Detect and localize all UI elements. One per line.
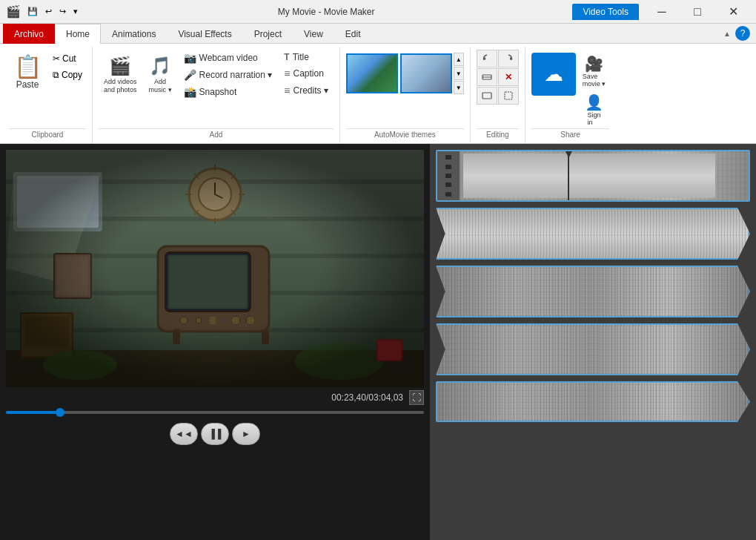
film-hole-5 [445, 192, 451, 197]
time-code: 00:23,40/03:04,03 [331, 392, 403, 403]
clipboard-group: 📋 Paste ✂ Cut ⧉ Copy Clipboard [3, 47, 93, 143]
themes-group-content: ▲ ▼ ▼ [346, 47, 464, 128]
tab-home[interactable]: Home [55, 24, 101, 44]
close-button[interactable]: ✕ [716, 1, 750, 23]
cut-button[interactable]: ✂ Cut [49, 51, 86, 66]
themes-container: ▲ ▼ ▼ [346, 50, 464, 94]
tab-visual-effects[interactable]: Visual Effects [167, 24, 242, 44]
timeline-track-3[interactable] [436, 266, 750, 317]
copy-button[interactable]: ⧉ Copy [49, 68, 86, 82]
editing-btn-5[interactable] [477, 87, 497, 105]
seek-bar[interactable] [6, 411, 424, 414]
window-title: My Movie - Movie Maker [80, 7, 572, 17]
add-group: 🎬 Add videosand photos 🎵 Addmusic ▾ 📷 We… [93, 47, 340, 143]
film-hole-2 [445, 165, 451, 169]
main-area: 00:23,40/03:04,03 ⛶ ◄◄ ▐▐ ► [0, 144, 756, 540]
svg-rect-4 [483, 93, 491, 99]
editing-btn-4[interactable]: ✕ [498, 68, 519, 86]
editing-btn-2[interactable] [498, 50, 519, 68]
track-2-bg [437, 209, 749, 260]
editing-label: Editing [477, 128, 519, 140]
dropdown-quick-btn[interactable]: ▾ [71, 6, 80, 17]
cloud-icon: ☁ [544, 63, 563, 86]
help-button[interactable]: ? [735, 26, 750, 41]
save-quick-btn[interactable]: 💾 [25, 6, 40, 17]
editing-btn-3[interactable] [477, 68, 497, 86]
webcam-button[interactable]: 📷 Webcam video [179, 50, 278, 66]
paste-button[interactable]: 📋 Paste [9, 50, 46, 93]
add-videos-button[interactable]: 🎬 Add videosand photos [99, 50, 142, 100]
video-preview [6, 150, 424, 387]
theme-scroll-controls: ▲ ▼ ▼ [454, 53, 464, 94]
onedrive-button[interactable]: ☁ [531, 53, 576, 96]
caption-icon: ≡ [284, 68, 290, 79]
trim-icon [482, 72, 492, 82]
credits-button[interactable]: ≡ Credits ▾ [279, 82, 334, 99]
snapshot-icon: 📸 [184, 86, 196, 98]
editing-group-content: ✕ [477, 47, 519, 128]
tab-archivo[interactable]: Archivo [3, 24, 55, 44]
save-movie-button[interactable]: 🎥 Savemovie ▾ [579, 53, 610, 90]
crop-icon [503, 90, 514, 101]
record-narration-button[interactable]: 🎤 Record narration ▾ [179, 67, 278, 83]
theme-thumb-2[interactable] [400, 53, 452, 93]
theme-thumb-1[interactable] [346, 53, 398, 93]
themes-dropdown[interactable]: ▼ [454, 81, 464, 94]
tab-view[interactable]: View [293, 24, 334, 44]
ribbon-nav-up[interactable]: ▲ [723, 30, 731, 38]
maximize-button[interactable]: □ [680, 1, 714, 23]
fullscreen-button[interactable]: ⛶ [409, 390, 424, 405]
pause-button[interactable]: ▐▐ [201, 423, 229, 445]
tab-project[interactable]: Project [243, 24, 293, 44]
theme-preview-2 [402, 55, 451, 92]
playback-controls: ◄◄ ▐▐ ► [6, 417, 424, 451]
record-narration-label: Record narration ▾ [199, 70, 273, 80]
rewind-button[interactable]: ◄◄ [170, 423, 198, 445]
timeline-content[interactable]: // Generate waveform pattern via inline … [430, 144, 756, 540]
editing-row-3 [477, 87, 519, 105]
title-label: Title [293, 52, 309, 62]
title-button[interactable]: T Title [279, 50, 334, 65]
title-icon: T [284, 52, 289, 62]
quick-access-toolbar: 💾 ↩ ↪ ▾ [25, 6, 80, 17]
add-videos-label: Add videosand photos [104, 78, 137, 94]
timeline-track-2[interactable] [436, 208, 750, 260]
video-tools-tab[interactable]: Video Tools [572, 4, 639, 20]
timeline-track-4[interactable] [436, 323, 750, 375]
caption-button[interactable]: ≡ Caption [279, 65, 334, 82]
ribbon-tab-bar: Archivo Home Animations Visual Effects P… [0, 24, 756, 44]
sign-in-button[interactable]: 👤 Signin [581, 91, 607, 128]
film-hole-3 [445, 174, 451, 178]
timeline-track-1[interactable]: // Generate waveform pattern via inline … [436, 150, 750, 202]
svg-rect-52 [437, 209, 749, 260]
sign-in-icon: 👤 [585, 93, 603, 111]
themes-scroll-up[interactable]: ▲ [454, 53, 464, 66]
snapshot-button[interactable]: 📸 Snapshot [179, 84, 278, 100]
aspect-icon [482, 90, 492, 101]
cut-label: Cut [62, 53, 76, 64]
sign-in-label: Signin [588, 111, 601, 126]
redo-quick-btn[interactable]: ↪ [57, 6, 68, 17]
share-btns: ☁ 🎥 Savemovie ▾ 👤 Signin [531, 50, 610, 128]
scene-svg [6, 150, 424, 387]
add-group-content: 🎬 Add videosand photos 🎵 Addmusic ▾ 📷 We… [99, 47, 334, 128]
minimize-button[interactable]: ─ [645, 1, 679, 23]
app-icon-area: 🎬 [6, 4, 21, 19]
tab-animations[interactable]: Animations [101, 24, 167, 44]
save-movie-label: Savemovie ▾ [583, 73, 606, 88]
tab-edit[interactable]: Edit [334, 24, 372, 44]
seek-bar-fill [6, 411, 60, 414]
undo-quick-btn[interactable]: ↩ [43, 6, 54, 17]
themes-scroll-down[interactable]: ▼ [454, 67, 464, 80]
add-music-button[interactable]: 🎵 Addmusic ▾ [144, 50, 177, 100]
editing-btn-1[interactable] [477, 50, 497, 68]
themes-group: ▲ ▼ ▼ AutoMovie themes [340, 47, 471, 143]
microphone-icon: 🎤 [184, 69, 196, 81]
snapshot-label: Snapshot [199, 87, 237, 97]
rotate-left-icon [482, 53, 492, 64]
editing-btn-6[interactable] [498, 87, 519, 105]
play-forward-button[interactable]: ► [232, 423, 260, 445]
add-group-label: Add [99, 128, 334, 140]
timeline-track-5[interactable] [436, 381, 750, 422]
seek-handle[interactable] [56, 408, 64, 417]
